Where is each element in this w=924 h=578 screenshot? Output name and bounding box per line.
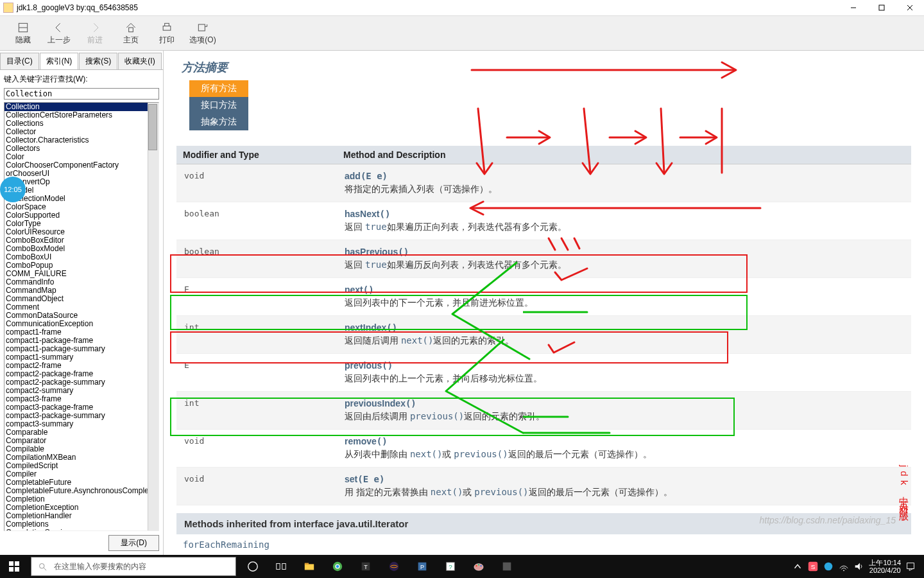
paint-icon[interactable] [465,555,493,578]
modifier-cell: void [176,164,337,202]
svg-rect-27 [9,567,13,572]
description-cell: remove()从列表中删除由 next()或 previous()返回的最后一… [337,430,911,468]
taskview-icon[interactable] [267,555,295,578]
tray-app-icon[interactable] [823,561,834,572]
description-cell: add(E e)将指定的元素插入列表（可选操作）。 [337,164,911,202]
explorer-icon[interactable] [295,555,323,578]
svg-rect-25 [9,561,13,566]
list-item[interactable]: CompletionService [4,529,158,531]
toolbar: 隐藏 上一步 前进 主页 打印 选项(O) [0,16,924,51]
table-row: voidset(E e)用 指定的元素替换由 next()或 previous(… [176,468,911,505]
start-button[interactable] [0,555,28,578]
method-link[interactable]: hasNext [345,209,379,219]
modifier-cell: void [176,468,337,505]
inherited-body[interactable]: forEachRemaining [164,534,924,555]
taskbar: 在这里输入你要搜索的内容 T P ? S 上午10:14 2020/4/20 [0,555,924,578]
hide-button[interactable]: 隐藏 [5,21,41,46]
eclipse-icon[interactable] [380,555,408,578]
method-link[interactable]: next [345,285,363,295]
sidebar: 目录(C) 索引(N) 搜索(S) 收藏夹(I) 键入关键字进行查找(W): C… [0,51,164,555]
wifi-icon[interactable] [838,561,850,572]
back-button[interactable]: 上一步 [41,21,77,46]
app-icon-3[interactable] [493,555,521,578]
notification-icon[interactable] [905,561,916,572]
col-modifier: Modifier and Type [176,146,337,164]
tray-sogou-icon[interactable]: S [807,561,819,572]
table-row: intpreviousIndex()返回由后续调用 previous()返回的元… [176,392,911,430]
description-cell: hasNext()返回 true如果遍历正向列表，列表迭代器有多个元素。 [337,202,911,240]
home-button[interactable]: 主页 [113,21,149,46]
method-link[interactable]: set [345,474,357,484]
table-row: Eprevious()返回列表中的上一个元素，并向后移动光标位置。 [176,354,911,392]
svg-rect-34 [305,564,314,570]
description-cell: set(E e)用 指定的元素替换由 next()或 previous()返回的… [337,468,911,505]
tab-all-methods[interactable]: 所有方法 [189,80,248,97]
modifier-cell: boolean [176,240,337,278]
modifier-cell: E [176,354,337,392]
tab-interface-methods[interactable]: 接口方法 [189,97,248,114]
description-cell: nextIndex()返回随后调用 next()返回的元素的索引。 [337,316,911,354]
tab-abstract-methods[interactable]: 抽象方法 [189,114,248,130]
tab-search[interactable]: 搜索(S) [79,53,117,69]
show-button[interactable]: 显示(D) [108,535,159,551]
method-link[interactable]: previousIndex [345,398,406,408]
options-button[interactable]: 选项(O) [185,21,221,46]
svg-rect-28 [15,567,19,572]
window-title: jdk1.8_googleV3 by:qq_654638585 [17,3,839,12]
taskbar-search-placeholder: 在这里输入你要搜索的内容 [54,561,146,572]
app-icon-1[interactable]: T [352,555,380,578]
svg-rect-7 [163,26,171,31]
svg-text:?: ? [449,563,452,570]
taskbar-search[interactable]: 在这里输入你要搜索的内容 [31,557,236,576]
svg-text:P: P [420,564,424,570]
svg-point-38 [336,565,339,568]
method-link[interactable]: add [345,171,361,181]
side-label: jdk中英对照版 [898,465,910,508]
modifier-cell: int [176,316,337,354]
svg-point-50 [480,565,481,566]
modifier-cell: E [176,278,337,316]
method-table: Modifier and Type Method and Description… [176,146,911,505]
table-row: voidremove()从列表中删除由 next()或 previous()返回… [176,430,911,468]
search-input[interactable] [4,88,159,100]
title-bar: jdk1.8_googleV3 by:qq_654638585 [0,0,924,16]
svg-point-55 [844,570,845,571]
svg-text:S: S [811,563,816,570]
help-icon[interactable]: ? [436,555,465,578]
table-row: Enext()返回列表中的下一个元素，并且前进光标位置。 [176,278,911,316]
close-button[interactable] [896,0,924,15]
app-icon [3,3,13,13]
tab-favorites[interactable]: 收藏夹(I) [118,53,161,69]
tab-contents[interactable]: 目录(C) [0,53,39,69]
svg-rect-32 [277,564,280,570]
content-pane[interactable]: 方法摘要 所有方法 接口方法 抽象方法 Modifier and Type Me… [164,51,924,555]
table-row: intnextIndex()返回随后调用 next()返回的元素的索引。 [176,316,911,354]
tab-index[interactable]: 索引(N) [40,53,79,69]
table-row: booleanhasPrevious()返回 true如果遍历反向列表，列表迭代… [176,240,911,278]
description-cell: previous()返回列表中的上一个元素，并向后移动光标位置。 [337,354,911,392]
index-list[interactable]: CollectionCollectionCertStoreParametersC… [4,102,159,531]
tray-up-icon[interactable] [792,561,803,572]
description-cell: hasPrevious()返回 true如果遍历反向列表，列表迭代器有多个元素。 [337,240,911,278]
tray-clock[interactable]: 上午10:14 2020/4/20 [869,559,901,574]
method-link[interactable]: remove [345,436,377,446]
chrome-icon[interactable] [323,555,352,578]
svg-rect-6 [129,28,133,32]
print-button[interactable]: 打印 [149,21,185,46]
description-cell: previousIndex()返回由后续调用 previous()返回的元素的索… [337,392,911,430]
volume-icon[interactable] [853,561,865,572]
svg-point-31 [248,562,257,571]
cortana-icon[interactable] [239,555,267,578]
list-item[interactable]: Collectors [4,144,158,153]
method-link[interactable]: previous [345,360,382,371]
method-link[interactable]: hasPrevious [345,247,398,257]
svg-point-49 [478,564,479,565]
maximize-button[interactable] [868,0,896,15]
section-title: 方法摘要 [164,51,924,80]
system-tray[interactable]: S 上午10:14 2020/4/20 [784,559,924,574]
app-icon-2[interactable]: P [408,555,436,578]
col-description: Method and Description [337,146,911,164]
method-link[interactable]: nextIndex [345,322,386,333]
svg-rect-1 [879,5,884,10]
minimize-button[interactable] [839,0,868,15]
